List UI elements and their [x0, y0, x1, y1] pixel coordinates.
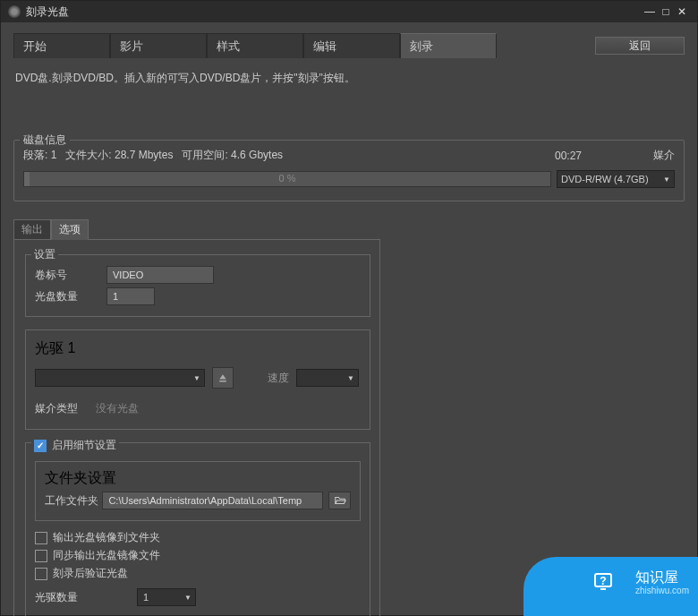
watermark-url: zhishiwu.com	[635, 586, 689, 595]
tab-style[interactable]: 样式	[207, 33, 303, 58]
chevron-down-icon: ▼	[193, 374, 200, 382]
folder-group: 文件夹设置 工作文件夹	[35, 461, 361, 521]
media-type-value: 没有光盘	[96, 401, 139, 416]
media-type-select[interactable]: DVD-R/RW (4.7GB) ▼	[557, 170, 675, 188]
svg-rect-1	[600, 588, 606, 590]
subtab-output[interactable]: 输出	[13, 219, 51, 239]
return-button[interactable]: 返回	[595, 37, 685, 55]
watermark-logo-icon: ?	[578, 557, 628, 607]
open-folder-icon	[334, 494, 346, 507]
work-folder-input[interactable]	[102, 492, 323, 509]
svg-text:?: ?	[600, 575, 606, 587]
media-type-label: 媒介类型	[35, 401, 78, 416]
verify-checkbox[interactable]	[35, 568, 47, 580]
sync-image-checkbox[interactable]	[35, 550, 47, 562]
subtab-options[interactable]: 选项	[51, 219, 89, 240]
media-label: 媒介	[653, 148, 675, 163]
chevron-down-icon: ▼	[347, 374, 354, 382]
main-tabs: 开始 影片 样式 编辑 刻录 返回	[13, 33, 685, 58]
volume-label: 卷标号	[35, 268, 106, 283]
sub-tabs: 输出 选项	[13, 219, 685, 239]
minimize-button[interactable]: —	[642, 5, 658, 18]
output-image-checkbox[interactable]	[35, 532, 47, 544]
tab-edit[interactable]: 编辑	[303, 33, 400, 58]
enable-detail-checkbox[interactable]	[34, 440, 47, 452]
speed-label: 速度	[268, 371, 289, 386]
browse-button[interactable]	[328, 492, 351, 509]
disc-count-label: 光盘数量	[35, 289, 106, 304]
disc-info-legend: 磁盘信息	[20, 133, 70, 148]
chevron-down-icon: ▼	[663, 175, 670, 184]
close-button[interactable]: ✕	[674, 5, 690, 18]
watermark: ? 知识屋 zhishiwu.com	[578, 557, 689, 607]
drive-select[interactable]: ▼	[35, 369, 205, 387]
disc-info-group: 磁盘信息 段落: 1 文件大小: 28.7 Mbytes 可用空间: 4.6 G…	[13, 140, 685, 201]
tab-start[interactable]: 开始	[13, 33, 110, 58]
drive-count-select[interactable]: 1 ▼	[137, 588, 196, 606]
eject-icon	[217, 372, 228, 383]
work-folder-label: 工作文件夹	[45, 493, 102, 509]
watermark-brand: 知识屋	[635, 569, 689, 586]
settings-group: 设置 卷标号 光盘数量	[25, 254, 370, 317]
output-image-label: 输出光盘镜像到文件夹	[53, 530, 160, 545]
folder-legend: 文件夹设置	[45, 469, 351, 488]
disc-count-input[interactable]	[106, 287, 155, 305]
detail-group: 启用细节设置 文件夹设置 工作文件夹 输出光盘镜像到文件夹	[25, 442, 370, 616]
enable-detail-label: 启用细节设置	[52, 438, 116, 453]
eject-button[interactable]	[212, 367, 234, 389]
drive-count-label: 光驱数量	[35, 590, 89, 605]
instruction-text: DVD盘.刻录DVD/BD。插入新的可写入DVD/BD盘片，并按"刻录"按钮。	[13, 58, 685, 104]
progress-bar: 0 %	[23, 171, 551, 187]
speed-select[interactable]: ▼	[296, 369, 359, 387]
drive-group: 光驱 1 ▼ 速度 ▼ 媒介类型 没有光盘	[25, 329, 370, 430]
progress-pct: 0 %	[24, 173, 550, 184]
chevron-down-icon: ▼	[184, 594, 192, 602]
freespace-text: 可用空间: 4.6 Gbytes	[182, 148, 283, 163]
volume-input[interactable]	[106, 266, 214, 284]
maximize-button[interactable]: □	[658, 5, 674, 18]
verify-label: 刻录后验证光盘	[53, 566, 128, 581]
window-title: 刻录光盘	[26, 4, 642, 20]
segments-text: 段落: 1	[23, 148, 56, 163]
titlebar: 刻录光盘 — □ ✕	[1, 1, 697, 22]
filesize-text: 文件大小: 28.7 Mbytes	[65, 148, 173, 163]
settings-legend: 设置	[31, 247, 58, 262]
time-text: 00:27	[555, 150, 582, 162]
disc-icon	[8, 5, 21, 18]
sync-image-label: 同步输出光盘镜像文件	[53, 548, 160, 563]
options-panel: 设置 卷标号 光盘数量 光驱 1 ▼	[13, 239, 380, 616]
tab-burn[interactable]: 刻录	[400, 33, 497, 58]
tab-movie[interactable]: 影片	[110, 33, 207, 58]
drive-legend: 光驱 1	[35, 339, 361, 358]
